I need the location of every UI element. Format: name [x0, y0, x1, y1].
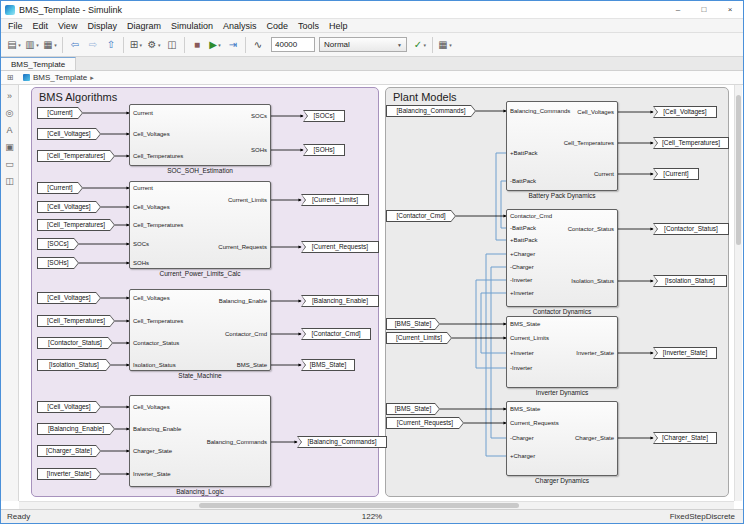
stop-button[interactable]: ■	[189, 36, 205, 54]
from-tag[interactable]: [Cell_Voltages]	[37, 128, 101, 140]
signal-scope-button[interactable]: ∿	[250, 36, 266, 54]
from-tag[interactable]: [Cell_Voltages]	[37, 292, 101, 304]
from-tag[interactable]: [Contactor_Cmd]	[386, 210, 456, 222]
tag-label: [SOHs]	[303, 144, 345, 156]
zoom-tool[interactable]: ◎	[2, 105, 18, 121]
goto-tag[interactable]: [Cell_Voltages]	[653, 106, 717, 118]
toolbar-separator	[245, 37, 246, 53]
model-canvas[interactable]: BMS AlgorithmsPlant Models[Current][Cell…	[19, 85, 734, 501]
minimize-button[interactable]: –	[665, 1, 691, 18]
tag-label: [Cell_Temperatures]	[37, 315, 115, 327]
area-tool[interactable]: ▭	[2, 156, 18, 172]
horizontal-scrollbar[interactable]	[19, 501, 734, 509]
subsystem-block[interactable]: Cell_VoltagesBalancing_EnableCharger_Sta…	[129, 395, 271, 487]
subsystem-block[interactable]: Cell_VoltagesCell_TemperaturesContactor_…	[129, 289, 271, 371]
from-tag[interactable]: [Cell_Voltages]	[37, 201, 101, 213]
annotation-tool[interactable]: A	[2, 122, 18, 138]
from-tag[interactable]: [Isolation_Status]	[37, 359, 111, 371]
goto-tag[interactable]: [Isolation_Status]	[653, 275, 727, 287]
goto-tag[interactable]: [Current]	[653, 168, 699, 180]
menu-file[interactable]: File	[3, 19, 28, 33]
horizontal-scrollbar-thumb[interactable]	[199, 503, 519, 508]
library-browser-button[interactable]: ⊞ ▾	[128, 36, 144, 54]
goto-tag[interactable]: [Contactor_Cmd]	[301, 328, 371, 340]
subsystem-block[interactable]: BMS_StateCurrent_Limits+Inverter-Inverte…	[506, 316, 618, 388]
step-forward-button[interactable]: ⇥	[225, 36, 241, 54]
goto-tag[interactable]: [SOHs]	[303, 144, 345, 156]
update-diagram-button[interactable]: ✓ ▾	[412, 36, 428, 54]
goto-tag[interactable]: [Cell_Temperatures]	[653, 137, 729, 149]
close-button[interactable]: ×	[717, 1, 743, 18]
from-tag[interactable]: [Cell_Voltages]	[37, 401, 101, 413]
goto-tag[interactable]: [Contactor_Status]	[653, 223, 729, 235]
menu-code[interactable]: Code	[261, 19, 293, 33]
input-port-label: BMS_State	[510, 406, 540, 413]
new-model-button[interactable]: ▤ ▾	[6, 36, 22, 54]
from-tag[interactable]: [Current_Limits]	[386, 332, 452, 344]
model-settings-button[interactable]: ⚙ ▾	[146, 36, 162, 54]
from-tag[interactable]: [Balancing_Enable]	[37, 423, 115, 435]
from-tag[interactable]: [Cell_Temperatures]	[37, 150, 115, 162]
open-button[interactable]: ▥ ▾	[24, 36, 40, 54]
back-button[interactable]: ⇦	[67, 36, 83, 54]
model-tab[interactable]: BMS_Template	[1, 57, 76, 70]
from-tag[interactable]: [Current]	[37, 182, 83, 194]
menu-edit[interactable]: Edit	[28, 19, 54, 33]
simulation-mode-select[interactable]: Normal ▼	[319, 37, 407, 52]
goto-tag[interactable]: [SOCs]	[303, 110, 345, 122]
subsystem-block[interactable]: BMS_StateCurrent_Requests-Charger+Charge…	[506, 401, 618, 476]
input-port-label: Inverter_State	[133, 471, 171, 478]
from-tag[interactable]: [Cell_Temperatures]	[37, 315, 115, 327]
chevron-down-icon: ▾	[422, 42, 426, 48]
up-button[interactable]: ⇧	[103, 36, 119, 54]
goto-tag[interactable]: [Balancing_Commands]	[297, 436, 387, 448]
menu-display[interactable]: Display	[82, 19, 122, 33]
goto-tag[interactable]: [BMS_State]	[301, 359, 355, 371]
stop-time-input[interactable]	[271, 37, 315, 52]
input-port-label: +BattPack	[510, 237, 538, 244]
subsystem-block[interactable]: Contactor_Cmd-BattPack+BattPack+Charger-…	[506, 209, 618, 307]
menu-diagram[interactable]: Diagram	[122, 19, 166, 33]
from-tag[interactable]: [Inverter_State]	[37, 468, 101, 480]
browser-collapse-tool[interactable]: »	[2, 88, 18, 104]
goto-tag[interactable]: [Charger_State]	[653, 432, 717, 444]
goto-tag[interactable]: [Current_Requests]	[301, 241, 379, 253]
save-button[interactable]: ▦ ▾	[42, 36, 58, 54]
goto-tag[interactable]: [Current_Limits]	[301, 194, 369, 206]
from-tag[interactable]: [SOHs]	[37, 257, 79, 269]
tag-label: [Current]	[37, 107, 83, 119]
from-tag[interactable]: [Current]	[37, 107, 83, 119]
from-tag[interactable]: [Current_Requests]	[386, 417, 464, 429]
menu-simulation[interactable]: Simulation	[166, 19, 218, 33]
solver-name[interactable]: FixedStepDiscrete	[670, 512, 743, 521]
subsystem-block[interactable]: Balancing_Commands+BattPack-BattPackCell…	[506, 101, 618, 191]
subsystem-block[interactable]: CurrentCell_VoltagesCell_TemperaturesSOC…	[129, 104, 271, 166]
grid-button[interactable]: ▦ ▾	[437, 36, 453, 54]
goto-tag[interactable]: [Balancing_Enable]	[301, 295, 379, 307]
breadcrumb-item[interactable]: BMS_Template	[33, 73, 87, 82]
input-port-label: +Charger	[510, 453, 535, 460]
menu-analysis[interactable]: Analysis	[218, 19, 262, 33]
model-browser-button[interactable]: ◫	[164, 36, 180, 54]
subsystem-block[interactable]: CurrentCell_VoltagesCell_TemperaturesSOC…	[129, 181, 271, 269]
image-tool[interactable]: ▣	[2, 139, 18, 155]
menu-view[interactable]: View	[53, 19, 82, 33]
vertical-scrollbar[interactable]	[734, 85, 742, 501]
from-tag[interactable]: [Charger_State]	[37, 445, 101, 457]
maximize-button[interactable]: □	[691, 1, 717, 18]
forward-button[interactable]: ⇨	[85, 36, 101, 54]
run-button[interactable]: ▶ ▾	[207, 36, 223, 54]
vertical-scrollbar-thumb[interactable]	[736, 95, 741, 245]
from-tag[interactable]: [Cell_Temperatures]	[37, 219, 115, 231]
from-tag[interactable]: [BMS_State]	[386, 318, 440, 330]
from-tag[interactable]: [Balancing_Commands]	[386, 105, 476, 117]
menu-tools[interactable]: Tools	[293, 19, 324, 33]
breadcrumb-arrow-icon[interactable]: ▸	[90, 74, 94, 82]
goto-tag[interactable]: [Inverter_State]	[653, 347, 717, 359]
model-browser-toggle-icon[interactable]: ⊞	[4, 73, 16, 82]
menu-help[interactable]: Help	[324, 19, 353, 33]
from-tag[interactable]: [BMS_State]	[386, 403, 440, 415]
from-tag[interactable]: [Contactor_Status]	[37, 337, 113, 349]
viewer-tool[interactable]: ◫	[2, 173, 18, 189]
from-tag[interactable]: [SOCs]	[37, 238, 79, 250]
